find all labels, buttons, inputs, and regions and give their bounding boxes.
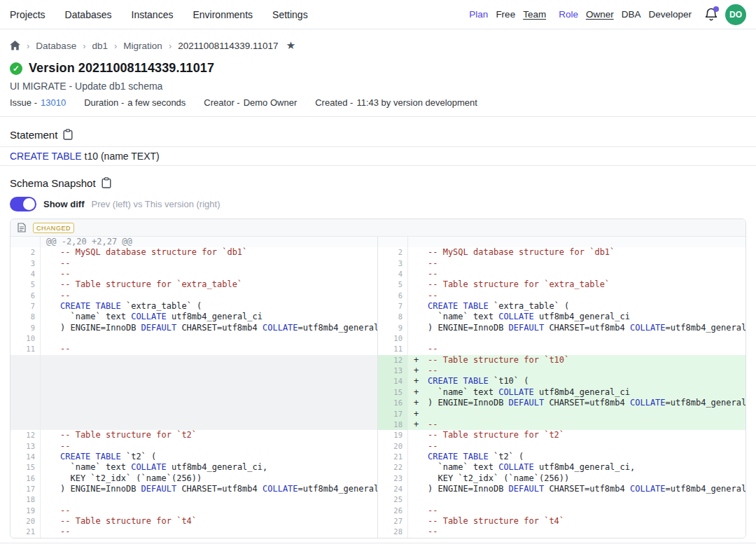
line-number: 4	[10, 269, 41, 279]
meta-creator-value: Demo Owner	[244, 97, 298, 108]
role-option-owner[interactable]: Owner	[586, 9, 614, 20]
chevron-icon: ›	[114, 41, 117, 51]
code-line	[41, 366, 377, 376]
line-number	[10, 419, 41, 430]
line-number: 2	[10, 247, 41, 258]
line-number: 10	[10, 333, 41, 344]
nav-projects[interactable]: Projects	[10, 9, 46, 20]
code-line: +CREATE TABLE `t10` (	[408, 376, 746, 387]
file-icon	[18, 223, 26, 232]
meta-creator-label: Creator -	[204, 97, 239, 108]
code-line: --	[408, 258, 746, 269]
line-number: 12	[10, 430, 41, 440]
role-option-dba[interactable]: DBA	[622, 9, 641, 20]
code-line: --	[41, 344, 377, 354]
statement-sql: CREATE TABLE t10 (name TEXT)	[0, 146, 756, 166]
line-number: 24	[378, 484, 408, 494]
nav-settings[interactable]: Settings	[272, 9, 308, 20]
breadcrumb-db1[interactable]: db1	[92, 41, 108, 51]
code-line: --	[41, 291, 377, 301]
diff-row: 20 -- Table structure for `t4`27 -- Tabl…	[10, 516, 746, 527]
clipboard-icon	[102, 177, 111, 188]
code-line: -- Table structure for `t2`	[408, 430, 746, 440]
nav-databases[interactable]: Databases	[65, 9, 112, 20]
toggle-knob	[23, 198, 35, 210]
issue-link[interactable]: 13010	[41, 97, 66, 108]
bottom-divider	[0, 543, 756, 543]
line-number: 5	[10, 279, 41, 290]
code-line: -- Table structure for `t4`	[408, 516, 746, 527]
line-number	[378, 237, 408, 247]
snapshot-section-head: Schema Snapshot	[10, 176, 746, 190]
diff-row: 9 ) ENGINE=InnoDB DEFAULT CHARSET=utf8mb…	[10, 323, 746, 333]
diff-row: 18+--	[10, 419, 746, 430]
breadcrumb-migration[interactable]: Migration	[123, 41, 162, 51]
meta-creator: Creator - Demo Owner	[204, 97, 297, 108]
statement-section-head: Statement	[10, 127, 746, 141]
diff-row: 14 CREATE TABLE `t2` (21 CREATE TABLE `t…	[10, 452, 746, 462]
code-line: --	[41, 258, 377, 269]
code-line: `name` text COLLATE utf8mb4_general_ci,	[408, 462, 746, 473]
code-line: --	[408, 269, 746, 279]
code-line: CREATE TABLE `t2` (	[41, 452, 377, 462]
plan-option-team[interactable]: Team	[523, 9, 546, 20]
line-number: 21	[378, 452, 408, 462]
breadcrumb-database[interactable]: Database	[36, 41, 76, 51]
line-number: 22	[378, 462, 408, 473]
code-line: --	[41, 506, 377, 516]
meta-duration: Duration - a few seconds	[84, 97, 186, 108]
code-line: -- MySQL database structure for `db1`	[41, 247, 377, 258]
code-line: ) ENGINE=InnoDB DEFAULT CHARSET=utf8mb4 …	[408, 323, 746, 333]
code-line: -- Table structure for `t2`	[41, 430, 377, 440]
role-option-developer[interactable]: Developer	[648, 9, 692, 20]
line-number	[10, 366, 41, 376]
code-line: CREATE TABLE `t2` (	[408, 452, 746, 462]
show-diff-label: Show diff	[43, 199, 85, 209]
code-line	[41, 398, 377, 408]
nav-instances[interactable]: Instances	[132, 9, 174, 20]
line-number: 21	[10, 527, 41, 537]
code-line: -- MySQL database structure for `db1`	[408, 247, 746, 258]
code-line: `name` text COLLATE utf8mb4_general_ci	[41, 312, 377, 322]
notifications-button[interactable]	[704, 7, 718, 22]
line-number	[10, 409, 41, 419]
code-line: ) ENGINE=InnoDB DEFAULT CHARSET=utf8mb4 …	[41, 323, 377, 333]
code-line: --	[408, 344, 746, 354]
role-switcher: Role Owner DBA Developer	[559, 9, 692, 20]
code-line	[41, 333, 377, 344]
plan-option-free[interactable]: Free	[496, 9, 515, 20]
code-line: -- Table structure for `extra_table`	[41, 279, 377, 290]
diff-row: 12 -- Table structure for `t2`19 -- Tabl…	[10, 430, 746, 440]
avatar[interactable]: DO	[725, 4, 746, 25]
copy-statement-button[interactable]	[63, 129, 73, 140]
copy-snapshot-button[interactable]	[102, 177, 111, 188]
code-line: `name` text COLLATE utf8mb4_general_ci,	[41, 462, 377, 473]
line-number: 20	[10, 516, 41, 527]
code-line: +) ENGINE=InnoDB DEFAULT CHARSET=utf8mb4…	[408, 398, 746, 408]
code-line: ) ENGINE=InnoDB DEFAULT CHARSET=utf8mb4 …	[41, 484, 377, 494]
line-number: 13	[10, 441, 41, 452]
diff-row: 17 ) ENGINE=InnoDB DEFAULT CHARSET=utf8m…	[10, 484, 746, 494]
code-line	[41, 419, 377, 430]
diff-row: 16 KEY `t2_idx` (`name`(256))23 KEY `t2_…	[10, 473, 746, 484]
line-number: 6	[378, 291, 408, 301]
line-number: 6	[10, 291, 41, 301]
line-number: 25	[378, 494, 408, 505]
code-line: KEY `t2_idx` (`name`(256))	[408, 473, 746, 484]
page-title: Version 20211008114339.11017	[29, 61, 214, 76]
star-icon[interactable]: ★	[286, 39, 295, 52]
code-line: --	[408, 291, 746, 301]
line-number	[10, 355, 41, 366]
diff-row: 13+--	[10, 366, 746, 376]
home-icon[interactable]	[10, 41, 20, 50]
code-line: --	[41, 527, 377, 537]
line-number: 20	[378, 441, 408, 452]
nav-environments[interactable]: Environments	[192, 9, 253, 20]
show-diff-toggle[interactable]	[10, 197, 36, 211]
diff-row: 5 -- Table structure for `extra_table`5 …	[10, 279, 746, 290]
code-line: -- Table structure for `extra_table`	[408, 279, 746, 290]
line-number: 5	[378, 279, 408, 290]
diff-row: 6 --6 --	[10, 291, 746, 301]
diff-row: 12+-- Table structure for `t10`	[10, 355, 746, 366]
line-number: 17	[10, 484, 41, 494]
